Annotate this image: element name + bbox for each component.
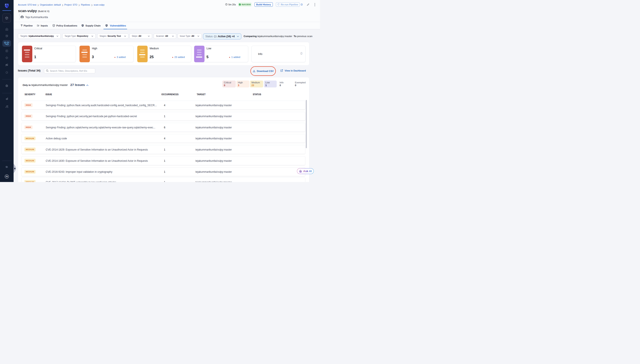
svg-text:?: ? [6,166,7,167]
